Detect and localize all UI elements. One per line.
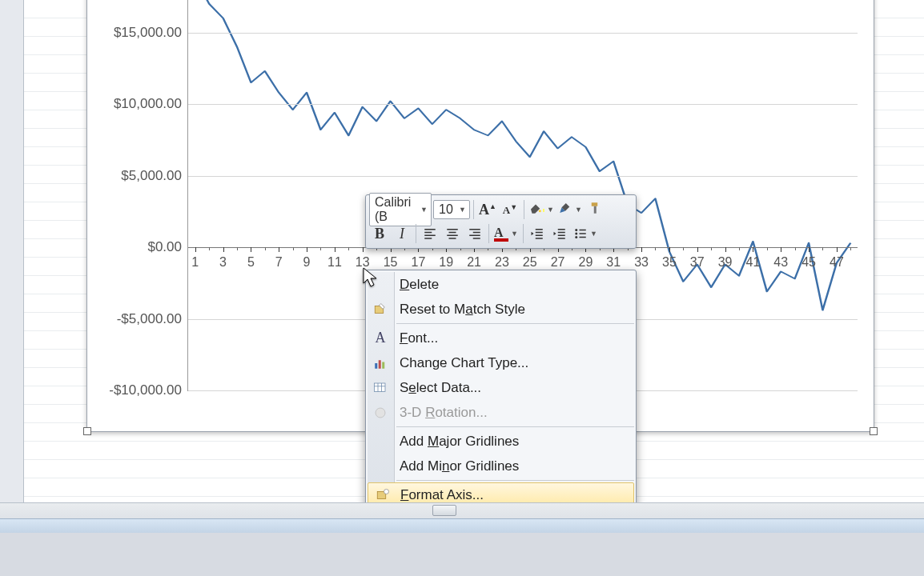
x-axis-label: 43 [773,255,788,270]
chevron-down-icon: ▼ [511,230,518,238]
menu-separator [396,480,634,481]
align-left-button[interactable] [420,223,440,244]
resize-handle-se[interactable] [870,427,878,435]
svg-rect-6 [379,360,381,369]
svg-rect-5 [375,363,377,369]
font-name-combo[interactable]: Calibri (B ▼ [369,193,432,226]
separator [473,200,474,219]
separator [523,224,524,243]
format-painter-button[interactable] [585,199,606,220]
reset-style-icon [372,302,388,318]
chevron-down-icon: ▼ [575,206,582,214]
menu-reset-to-match-style[interactable]: Reset to Match Style [366,297,636,322]
chevron-down-icon: ▼ [547,206,554,214]
italic-button[interactable]: I [392,223,412,244]
bold-button[interactable]: B [369,223,390,244]
x-axis-label: 15 [384,255,398,270]
svg-point-1 [575,229,577,231]
decrease-indent-button[interactable] [527,223,548,244]
menu-separator [396,426,634,427]
svg-point-9 [376,408,385,418]
menu-select-data[interactable]: Select Data... [366,375,636,400]
x-axis-label: 9 [303,255,311,270]
x-axis-label: 5 [247,255,255,270]
x-axis-label: 11 [327,255,342,270]
svg-point-3 [575,236,577,238]
axis-context-menu: Delete Reset to Match Style A Font... Ch… [365,270,637,510]
x-axis-label: 35 [662,255,677,270]
x-axis-label: 7 [275,255,283,270]
status-bar [0,518,924,533]
gridline [188,104,858,105]
select-data-icon [372,380,388,396]
shape-outline-button[interactable]: ▼ [556,199,584,220]
menu-delete[interactable]: Delete [366,272,636,297]
x-axis-label: 33 [634,255,649,270]
menu-3d-rotation: 3-D Rotation... [366,400,636,425]
separator [524,200,524,219]
x-axis-label: 17 [411,255,425,270]
x-axis-label: 19 [439,255,453,270]
menu-change-chart-type[interactable]: Change Chart Type... [366,350,636,375]
svg-rect-8 [375,383,386,392]
horizontal-scrollbar[interactable] [0,502,924,518]
x-axis-label: 3 [219,255,227,270]
paint-bucket-icon [528,201,543,218]
svg-rect-7 [382,362,384,368]
fill-color-button[interactable]: ▼ [528,199,555,220]
y-axis-label: $10,000.00 [114,96,182,112]
y-axis-label: $5,000.00 [121,168,182,184]
increase-indent-button[interactable] [549,223,570,244]
font-color-button[interactable]: A ▼ [492,223,520,244]
x-axis-label: 25 [523,255,537,270]
y-axis-label: -$5,000.00 [117,311,182,327]
mini-toolbar: Calibri (B ▼ 10 ▼ A▲ A▼ ▼ ▼ [365,194,637,249]
x-axis-label: 31 [606,255,621,270]
svg-point-0 [539,210,541,212]
align-center-button[interactable] [442,223,463,244]
rotation-3d-icon [372,405,388,421]
paintbrush-icon [589,201,603,218]
x-axis-label: 37 [690,255,705,270]
grow-font-button[interactable]: A▲ [477,199,498,220]
font-color-icon: A [494,226,508,242]
pen-icon [558,201,572,218]
resize-handle-sw[interactable] [83,427,91,435]
gridline [188,33,858,34]
font-icon: A [372,330,388,346]
x-axis-label: 47 [830,255,844,270]
row-headers [0,0,24,528]
format-axis-icon [375,487,391,503]
separator [488,224,489,243]
menu-font[interactable]: A Font... [366,326,636,350]
x-axis-label: 27 [551,255,565,270]
x-axis-label: 23 [495,255,509,270]
shrink-font-button[interactable]: A▼ [500,199,520,220]
x-axis-label: 45 [801,255,816,270]
menu-add-minor-gridlines[interactable]: Add Minor Gridlines [366,454,636,478]
y-axis-label: $15,000.00 [114,25,182,41]
svg-point-11 [384,489,389,494]
x-axis-label: 21 [467,255,481,270]
chevron-down-icon: ▼ [590,230,597,238]
x-axis-label: 1 [191,255,199,270]
x-axis-label: 41 [745,255,760,270]
svg-point-2 [575,233,577,235]
font-name-value: Calibri (B [375,195,418,224]
font-size-combo[interactable]: 10 ▼ [433,200,470,219]
y-axis-label: -$10,000.00 [109,382,182,398]
x-axis-label: 29 [578,255,593,270]
y-axis-label: $0.00 [147,239,182,255]
font-size-value: 10 [439,202,453,217]
bullets-button[interactable]: ▼ [572,223,599,244]
gridline [188,176,858,177]
chevron-down-icon: ▼ [459,206,466,214]
x-axis-label: 39 [718,255,733,270]
scrollbar-thumb[interactable] [432,505,456,516]
x-axis-label: 13 [356,255,370,270]
separator [416,224,416,243]
chart-type-icon [372,355,388,371]
menu-add-major-gridlines[interactable]: Add Major Gridlines [366,429,636,454]
align-right-button[interactable] [464,223,485,244]
chevron-down-icon: ▼ [420,206,428,214]
